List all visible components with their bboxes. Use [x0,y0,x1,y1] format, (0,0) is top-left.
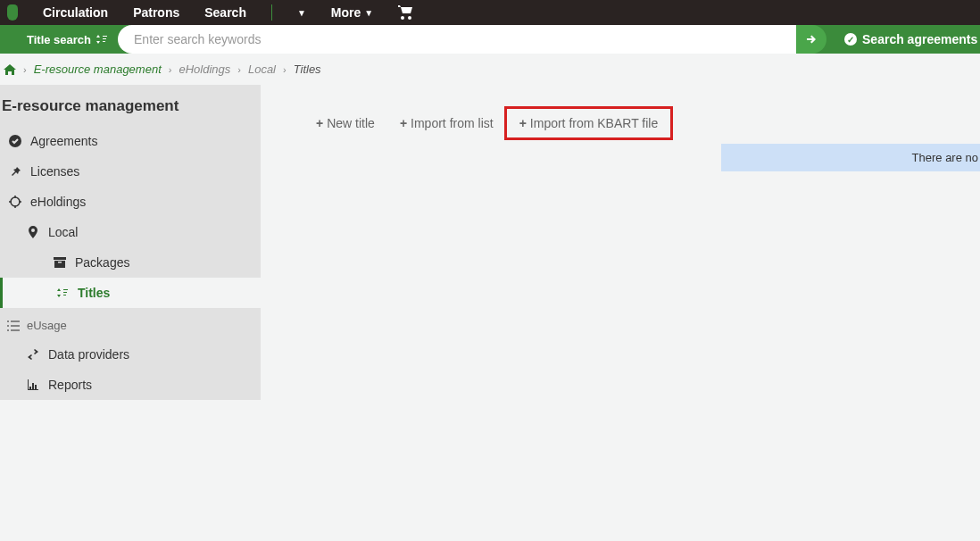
sidebar-item-label: Reports [48,378,92,392]
sidebar-item-label: eHoldings [30,195,86,209]
search-agreements-label: Search agreements [862,32,977,46]
location-icon [27,226,39,238]
search-input[interactable] [134,32,796,46]
nav-more[interactable]: More ▼ [331,5,373,20]
sidebar-item-eholdings[interactable]: eHoldings [0,187,261,217]
search-submit-button[interactable] [796,25,826,54]
sidebar-item-label: Titles [78,286,110,300]
svg-point-1 [11,197,20,206]
chart-icon [27,379,39,390]
nav-more-label: More [331,5,361,20]
koha-logo[interactable] [7,4,18,21]
cart-icon[interactable] [398,5,414,20]
sidebar: E-resource management Agreements License… [0,85,261,400]
top-navigation: Circulation Patrons Search ▼ More ▼ [0,0,980,25]
caret-down-icon: ▼ [364,8,373,18]
nav-divider [271,4,272,21]
content-area: + New title + Import from list + Import … [261,85,980,400]
button-label: Import from KBART file [530,116,658,130]
sidebar-section-eusage[interactable]: eUsage [0,308,261,339]
breadcrumb-separator: › [23,64,27,75]
sidebar-item-label: Data providers [48,347,129,362]
breadcrumb-separator: › [237,64,241,75]
sidebar-item-local[interactable]: Local [0,217,261,247]
breadcrumb-separator: › [283,64,287,75]
button-label: Import from list [411,116,494,130]
archive-icon [54,257,66,268]
sidebar-item-label: Agreements [30,134,97,148]
sidebar-title: E-resource management [0,97,261,126]
breadcrumb-erm[interactable]: E-resource management [34,62,162,76]
import-from-kbart-button[interactable]: + Import from KBART file [504,106,674,140]
sidebar-item-reports[interactable]: Reports [0,370,261,400]
search-type-label[interactable]: Title search [27,33,91,46]
check-circle-icon: ✓ [844,33,857,46]
caret-down-icon[interactable]: ▼ [297,8,306,18]
nav-patrons[interactable]: Patrons [133,5,179,20]
info-message: There are no [721,144,980,171]
list-icon [7,320,20,331]
plus-icon: + [316,116,323,130]
toolbar: + New title + Import from list + Import … [261,106,980,140]
crosshair-icon [9,196,21,208]
home-icon[interactable] [4,64,16,75]
check-circle-icon [9,135,21,147]
sort-icon[interactable] [96,34,107,45]
pin-icon [9,166,21,177]
search-bar: Title search ✓ Search agreements [0,25,980,54]
breadcrumb: › E-resource management › eHoldings › Lo… [0,54,980,85]
sidebar-item-titles[interactable]: Titles [0,278,261,308]
sidebar-item-label: Licenses [30,164,79,179]
plus-icon: + [400,116,407,130]
import-from-list-button[interactable]: + Import from list [387,106,506,140]
nav-search[interactable]: Search [204,5,246,20]
sidebar-item-label: Packages [75,255,129,270]
breadcrumb-separator: › [169,64,172,75]
plus-icon: + [519,116,527,130]
sidebar-item-agreements[interactable]: Agreements [0,126,261,156]
button-label: New title [327,116,375,130]
main-layout: E-resource management Agreements License… [0,85,980,400]
nav-circulation[interactable]: Circulation [43,5,108,20]
sidebar-item-data-providers[interactable]: Data providers [0,339,261,370]
sidebar-item-licenses[interactable]: Licenses [0,156,261,187]
sort-icon [56,287,69,298]
svg-rect-4 [58,262,62,263]
breadcrumb-titles: Titles [294,62,321,76]
sidebar-item-label: Local [48,225,78,239]
search-agreements-link[interactable]: ✓ Search agreements [826,25,977,54]
breadcrumb-eholdings[interactable]: eHoldings [179,62,230,76]
sidebar-item-packages[interactable]: Packages [0,247,261,278]
transfer-icon [27,349,39,360]
search-input-wrap [118,25,796,54]
new-title-button[interactable]: + New title [303,106,387,140]
breadcrumb-local[interactable]: Local [248,62,276,76]
sidebar-section-label: eUsage [27,319,67,332]
svg-rect-2 [54,257,66,260]
